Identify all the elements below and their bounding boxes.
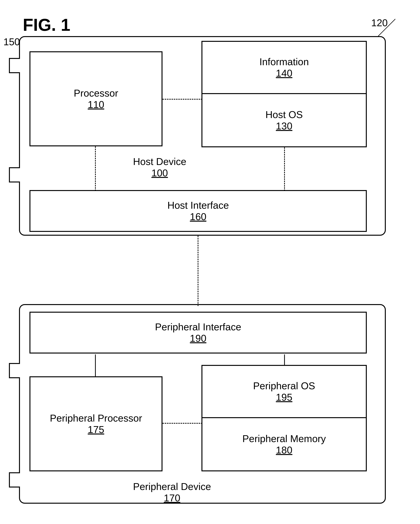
host-os-ref: 130: [276, 120, 292, 132]
processor-box: Processor 110: [29, 51, 163, 146]
solid-v-pinterface-to-pprocessor: [95, 354, 96, 377]
notch-left-periph-top: [9, 363, 20, 378]
page: FIG. 1 120 150 Processor 110 Information…: [0, 0, 420, 524]
figure-title: FIG. 1: [23, 15, 397, 35]
peripheral-device-label: Peripheral Device 170: [133, 481, 211, 504]
host-interface-label: Host Interface: [167, 200, 229, 211]
peripheral-interface-ref: 190: [190, 333, 206, 344]
solid-v-pinterface-to-prightcol: [284, 354, 285, 366]
host-os-label: Host OS: [265, 109, 303, 120]
peripheral-memory-label: Peripheral Memory: [242, 433, 326, 444]
host-device-ref: 100: [151, 167, 168, 178]
host-device-label: Host Device 100: [133, 156, 186, 179]
notch-left-top: [9, 58, 20, 73]
host-interface-box: Host Interface 160: [29, 190, 367, 232]
information-box: Information 140: [202, 42, 366, 94]
peripheral-os-box: Peripheral OS 195: [202, 366, 366, 418]
host-interface-ref: 160: [190, 211, 206, 222]
right-col-box: Information 140 Host OS 130: [201, 41, 367, 147]
peripheral-device-ref: 170: [164, 492, 180, 504]
peripheral-processor-label: Peripheral Processor: [50, 412, 142, 424]
dashed-periph-processor-to-memory: [163, 423, 202, 424]
peripheral-processor-box: Peripheral Processor 175: [29, 376, 163, 471]
label-150: 150: [3, 36, 20, 48]
peripheral-os-ref: 195: [276, 392, 292, 403]
peripheral-memory-box: Peripheral Memory 180: [202, 418, 366, 470]
host-os-box: Host OS 130: [202, 94, 366, 146]
dashed-processor-to-memory: [163, 99, 202, 100]
processor-ref: 110: [88, 99, 104, 110]
peripheral-memory-ref: 180: [276, 444, 292, 456]
peripheral-interface-label: Peripheral Interface: [155, 321, 241, 333]
notch-left-bottom: [9, 167, 20, 183]
notch-left-periph-bottom: [9, 472, 20, 488]
dashed-v-infoos-to-hinterface: [284, 147, 285, 191]
svg-line-0: [378, 19, 395, 36]
dashed-v-processor-to-hinterface: [95, 146, 96, 191]
information-ref: 140: [276, 68, 292, 79]
peripheral-interface-box: Peripheral Interface 190: [29, 312, 367, 354]
peripheral-os-label: Peripheral OS: [253, 380, 315, 392]
processor-label: Processor: [74, 87, 118, 99]
peripheral-processor-ref: 175: [88, 424, 104, 435]
dashed-v-between-devices: [198, 236, 198, 306]
periph-right-col-box: Peripheral OS 195 Peripheral Memory 180: [201, 365, 367, 471]
information-label: Information: [259, 56, 309, 68]
